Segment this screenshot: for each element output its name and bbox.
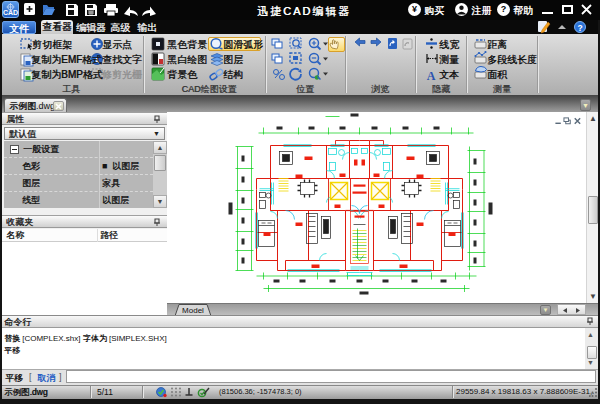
svg-text:?: ? bbox=[577, 23, 582, 33]
svg-text:A: A bbox=[427, 69, 436, 83]
svg-text:Model: Model bbox=[182, 306, 204, 315]
